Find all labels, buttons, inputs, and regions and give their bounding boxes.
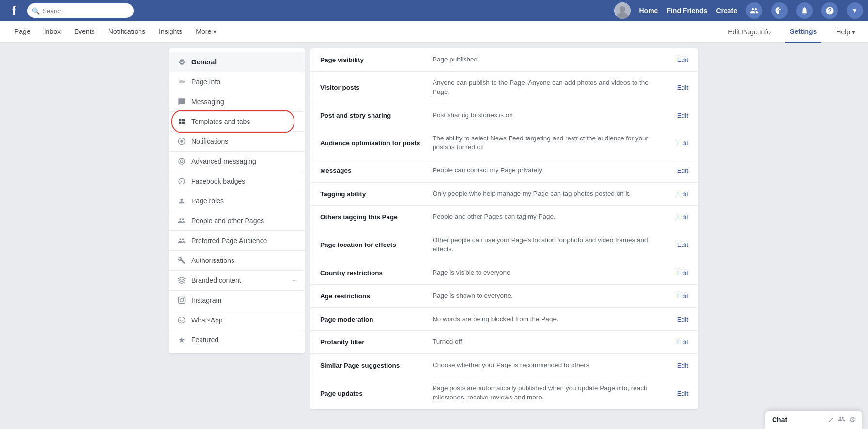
dropdown-arrow-icon[interactable]: ▼ — [847, 2, 863, 19]
messenger-icon[interactable] — [771, 2, 788, 19]
inbox-nav-item[interactable]: Inbox — [37, 21, 67, 43]
sidebar-item-authorisations[interactable]: Authorisations — [169, 251, 305, 271]
svg-rect-6 — [182, 122, 185, 124]
setting-value: The ability to select News Feed targetin… — [433, 134, 653, 153]
people-icon[interactable] — [746, 2, 762, 19]
sidebar-item-page-info-label: Page Info — [191, 78, 220, 86]
sidebar-item-people-pages-label: People and other Pages — [191, 217, 264, 225]
sidebar-item-general[interactable]: ⚙ General — [169, 52, 305, 72]
sidebar-item-page-info[interactable]: ✏ Page Info — [169, 72, 305, 92]
svg-point-10 — [180, 160, 183, 162]
setting-edit-link[interactable]: Edit — [659, 139, 688, 147]
sidebar-item-people-and-other-pages[interactable]: People and other Pages — [169, 211, 305, 231]
setting-edit-link[interactable]: Edit — [659, 112, 688, 119]
more-nav-item[interactable]: More ▾ — [189, 21, 223, 43]
setting-value: Only people who help manage my Page can … — [433, 189, 653, 199]
edit-page-info-nav-item[interactable]: Edit Page Info — [723, 21, 775, 43]
setting-edit-link[interactable]: Edit — [659, 56, 688, 63]
setting-edit-link[interactable]: Edit — [659, 390, 688, 397]
search-input[interactable] — [43, 7, 129, 15]
setting-value: Choose whether your Page is recommended … — [433, 361, 653, 370]
sidebar-item-templates-label: Templates and tabs — [191, 118, 250, 125]
setting-edit-link[interactable]: Edit — [659, 316, 688, 323]
settings-rows: Page visibilityPage publishedEditVisitor… — [310, 48, 698, 409]
setting-value: People can contact my Page privately. — [433, 166, 653, 175]
top-navigation: f 🔍 Home Find Friends Create ▼ — [0, 0, 868, 21]
svg-rect-5 — [179, 122, 181, 124]
setting-edit-link[interactable]: Edit — [659, 362, 688, 369]
svg-rect-13 — [178, 297, 185, 303]
sidebar-item-branded-content[interactable]: Branded content → — [169, 271, 305, 291]
setting-edit-link[interactable]: Edit — [659, 338, 688, 346]
sidebar-item-preferred-page-audience[interactable]: Preferred Page Audience — [169, 231, 305, 251]
svg-point-1 — [620, 6, 625, 12]
settings-row: Page updatesPage posts are automatically… — [310, 377, 698, 409]
setting-edit-link[interactable]: Edit — [659, 84, 688, 91]
page-nav-item[interactable]: Page — [8, 21, 37, 43]
setting-edit-link[interactable]: Edit — [659, 241, 688, 248]
gear-icon: ⚙ — [177, 57, 186, 67]
svg-rect-3 — [179, 119, 181, 121]
sidebar-item-general-label: General — [191, 58, 217, 66]
sidebar-item-whatsapp[interactable]: WhatsApp — [169, 310, 305, 330]
settings-row: Page location for effectsOther people ca… — [310, 229, 698, 261]
branded-content-arrow-icon: → — [291, 277, 297, 284]
sidebar-item-page-roles[interactable]: Page roles — [169, 191, 305, 211]
setting-value: Page published — [433, 55, 653, 64]
setting-value: Anyone can publish to the Page. Anyone c… — [433, 78, 653, 97]
setting-edit-link[interactable]: Edit — [659, 292, 688, 300]
sidebar-item-templates-and-tabs[interactable]: Templates and tabs — [169, 112, 305, 132]
setting-name: Age restrictions — [320, 292, 427, 300]
sidebar-item-whatsapp-label: WhatsApp — [191, 316, 223, 324]
chat-people-icon[interactable] — [838, 415, 845, 424]
sidebar-item-page-roles-label: Page roles — [191, 197, 224, 205]
instagram-icon — [177, 295, 186, 305]
insights-nav-item[interactable]: Insights — [152, 21, 189, 43]
svg-point-14 — [180, 299, 184, 302]
setting-value: Page posts are automatically published w… — [433, 384, 653, 402]
sidebar-item-instagram-label: Instagram — [191, 296, 221, 304]
settings-row: Post and story sharingPost sharing to st… — [310, 104, 698, 127]
chat-widget[interactable]: Chat ⤢ ⚙ — [765, 411, 862, 429]
sidebar-item-instagram[interactable]: Instagram — [169, 291, 305, 310]
svg-point-12 — [181, 181, 183, 182]
facebook-badges-icon — [177, 176, 186, 186]
search-bar[interactable]: 🔍 — [27, 3, 134, 18]
setting-name: Others tagging this Page — [320, 214, 427, 221]
sidebar-item-featured[interactable]: ★ Featured — [169, 330, 305, 350]
setting-edit-link[interactable]: Edit — [659, 269, 688, 276]
setting-edit-link[interactable]: Edit — [659, 214, 688, 221]
setting-edit-link[interactable]: Edit — [659, 190, 688, 198]
chat-gear-icon[interactable]: ⚙ — [849, 415, 855, 424]
preferred-audience-icon — [177, 236, 186, 245]
sidebar-item-facebook-badges-label: Facebook badges — [191, 177, 245, 185]
settings-row: Page moderationNo words are being blocke… — [310, 308, 698, 331]
find-friends-link[interactable]: Find Friends — [666, 7, 707, 15]
sidebar-item-advanced-messaging[interactable]: Advanced messaging — [169, 152, 305, 171]
settings-row: Similar Page suggestionsChoose whether y… — [310, 354, 698, 377]
sidebar-item-authorisations-label: Authorisations — [191, 257, 234, 264]
notifications-nav-item[interactable]: Notifications — [102, 21, 152, 43]
create-link[interactable]: Create — [716, 7, 737, 15]
help-nav-item[interactable]: Help ▾ — [831, 21, 860, 43]
setting-edit-link[interactable]: Edit — [659, 167, 688, 174]
user-avatar[interactable] — [614, 2, 631, 19]
sidebar-item-messaging[interactable]: Messaging — [169, 92, 305, 112]
chat-external-icon[interactable]: ⤢ — [828, 415, 834, 424]
settings-content: Page visibilityPage publishedEditVisitor… — [310, 48, 698, 409]
events-nav-item[interactable]: Events — [67, 21, 102, 43]
home-link[interactable]: Home — [639, 7, 658, 15]
notifications-icon[interactable] — [796, 2, 813, 19]
sidebar-item-facebook-badges[interactable]: Facebook badges — [169, 171, 305, 191]
sidebar-item-notifications[interactable]: Notifications — [169, 132, 305, 152]
pencil-icon: ✏ — [177, 77, 186, 87]
setting-value: Turned off — [433, 337, 653, 347]
settings-nav-item[interactable]: Settings — [785, 21, 822, 43]
help-icon[interactable] — [822, 2, 838, 19]
setting-name: Page moderation — [320, 316, 427, 323]
sidebar-item-featured-label: Featured — [191, 336, 218, 344]
settings-row: Page visibilityPage publishedEdit — [310, 48, 698, 72]
setting-name: Page location for effects — [320, 241, 427, 248]
svg-point-8 — [180, 140, 183, 142]
setting-name: Profanity filter — [320, 338, 427, 346]
